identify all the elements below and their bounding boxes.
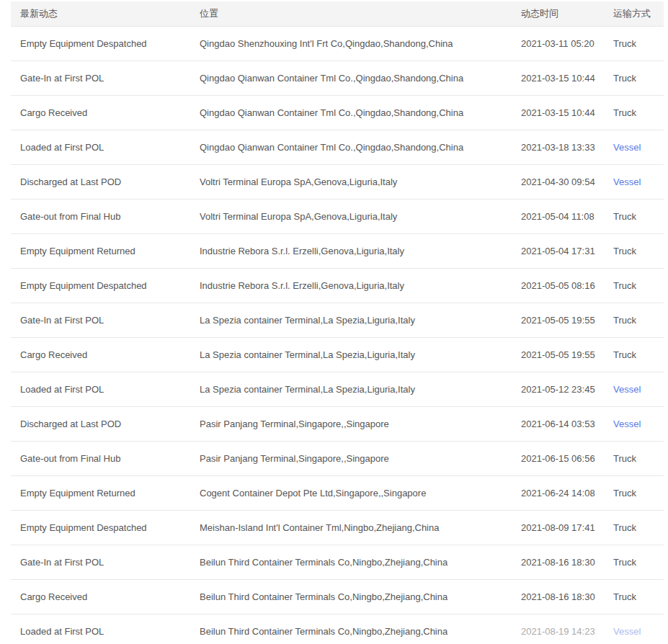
vessel-link[interactable]: Vessel [613, 419, 641, 429]
table-header-row: 最新动态 位置 动态时间 运输方式 [11, 1, 664, 27]
location-cell: La Spezia container Terminal,La Spezia,L… [200, 303, 521, 338]
table-row: Empty Equipment Returned Cogent Containe… [11, 476, 664, 511]
mode-cell: Truck [613, 442, 664, 476]
mode-cell: Truck [613, 580, 664, 614]
mode-cell: Truck [613, 27, 664, 61]
status-cell: Empty Equipment Despatched [11, 269, 200, 303]
table-row: Cargo Received La Spezia container Termi… [11, 338, 664, 372]
status-cell: Loaded at First POL [11, 372, 200, 407]
mode-cell: Truck [613, 61, 664, 96]
time-cell: 2021-05-12 23:45 [521, 372, 613, 407]
transport-mode-text: Truck [613, 591, 636, 602]
vessel-link[interactable]: Vessel [613, 384, 641, 395]
table-row: Empty Equipment Despatched Industrie Reb… [11, 269, 664, 303]
table-row: Gate-In at First POL Beilun Third Contai… [11, 545, 664, 580]
mode-cell: Truck [613, 234, 664, 269]
mode-cell: Truck [613, 269, 664, 303]
location-cell: Cogent Container Depot Pte Ltd,Singapore… [200, 476, 521, 511]
time-cell: 2021-03-15 10:44 [521, 96, 613, 130]
status-cell: Empty Equipment Returned [11, 234, 200, 269]
mode-cell: Truck [613, 476, 664, 511]
transport-mode-text: Truck [613, 280, 636, 291]
time-cell: 2021-05-05 19:55 [521, 303, 613, 338]
time-cell: 2021-08-16 18:30 [521, 545, 613, 580]
status-cell: Cargo Received [11, 338, 200, 372]
table-row: Empty Equipment Despatched Meishan-Islan… [11, 511, 664, 545]
status-cell: Gate-In at First POL [11, 61, 200, 96]
time-cell: 2021-08-09 17:41 [521, 511, 613, 545]
location-cell: Voltri Terminal Europa SpA,Genova,Liguri… [200, 165, 521, 200]
status-cell: Discharged at Last POD [11, 407, 200, 442]
vessel-link[interactable]: Vessel [613, 176, 641, 187]
time-cell: 2021-03-15 10:44 [521, 61, 613, 96]
mode-cell: Vessel [613, 165, 664, 200]
transport-mode-text: Truck [613, 453, 636, 464]
table-row: Empty Equipment Despatched Qingdao Shenz… [11, 27, 664, 61]
table-row: Discharged at Last POD Pasir Panjang Ter… [11, 407, 664, 442]
mode-cell: Truck [613, 96, 664, 130]
time-cell: 2021-05-04 17:31 [521, 234, 613, 269]
location-cell: La Spezia container Terminal,La Spezia,L… [200, 372, 521, 407]
time-cell: 2021-03-11 05:20 [521, 27, 613, 61]
location-cell: Qingdao Shenzhouxing Int'l Frt Co,Qingda… [200, 27, 521, 61]
table-row: Loaded at First POL Qingdao Qianwan Cont… [11, 130, 664, 165]
status-cell: Loaded at First POL [11, 614, 200, 644]
location-cell: Qingdao Qianwan Container Tml Co.,Qingda… [200, 96, 521, 130]
column-header-transport-mode: 运输方式 [613, 1, 664, 27]
status-cell: Discharged at Last POD [11, 165, 200, 200]
table-row: Gate-out from Final Hub Pasir Panjang Te… [11, 442, 664, 476]
table-row: Empty Equipment Returned Industrie Rebor… [11, 234, 664, 269]
transport-mode-text: Truck [613, 349, 636, 360]
table-row: Gate-In at First POL Qingdao Qianwan Con… [11, 61, 664, 96]
time-cell: 2021-06-15 06:56 [521, 442, 613, 476]
transport-mode-text: Truck [613, 211, 636, 222]
table-row: Discharged at Last POD Voltri Terminal E… [11, 165, 664, 200]
mode-cell: Truck [613, 545, 664, 580]
time-cell: 2021-06-14 03:53 [521, 407, 613, 442]
location-cell: Pasir Panjang Terminal,Singapore,,Singap… [200, 407, 521, 442]
transport-mode-text: Truck [613, 315, 636, 326]
time-cell: 2021-08-16 18:30 [521, 580, 613, 614]
location-cell: Beilun Third Container Terminals Co,Ning… [200, 545, 521, 580]
status-cell: Loaded at First POL [11, 130, 200, 165]
time-cell: 2021-03-18 13:33 [521, 130, 613, 165]
vessel-link[interactable]: Vessel [613, 626, 641, 637]
status-cell: Empty Equipment Despatched [11, 27, 200, 61]
status-cell: Gate-In at First POL [11, 545, 200, 580]
column-header-location: 位置 [200, 1, 521, 27]
table-header: 最新动态 位置 动态时间 运输方式 [11, 1, 664, 27]
time-cell: 2021-04-30 09:54 [521, 165, 613, 200]
table-row: Cargo Received Beilun Third Container Te… [11, 580, 664, 614]
mode-cell: Vessel [613, 614, 664, 644]
tracking-events-panel: 最新动态 位置 动态时间 运输方式 Empty Equipment Despat… [11, 1, 664, 644]
table-body: Empty Equipment Despatched Qingdao Shenz… [11, 27, 664, 644]
mode-cell: Vessel [613, 407, 664, 442]
status-cell: Gate-out from Final Hub [11, 442, 200, 476]
transport-mode-text: Truck [613, 38, 636, 49]
time-cell: 2021-06-24 14:08 [521, 476, 613, 511]
mode-cell: Truck [613, 511, 664, 545]
table-row: Loaded at First POL La Spezia container … [11, 372, 664, 407]
status-cell: Gate-In at First POL [11, 303, 200, 338]
time-cell: 2021-05-05 08:16 [521, 269, 613, 303]
status-cell: Gate-out from Final Hub [11, 200, 200, 234]
location-cell: La Spezia container Terminal,La Spezia,L… [200, 338, 521, 372]
time-cell: 2021-08-19 14:23 [521, 614, 613, 644]
vessel-link[interactable]: Vessel [613, 142, 641, 153]
tracking-events-table: 最新动态 位置 动态时间 运输方式 Empty Equipment Despat… [11, 1, 664, 644]
time-cell: 2021-05-05 19:55 [521, 338, 613, 372]
transport-mode-text: Truck [613, 488, 636, 498]
transport-mode-text: Truck [613, 73, 636, 84]
table-row: Gate-In at First POL La Spezia container… [11, 303, 664, 338]
location-cell: Qingdao Qianwan Container Tml Co.,Qingda… [200, 61, 521, 96]
location-cell: Voltri Terminal Europa SpA,Genova,Liguri… [200, 200, 521, 234]
mode-cell: Vessel [613, 372, 664, 407]
table-row: Cargo Received Qingdao Qianwan Container… [11, 96, 664, 130]
status-cell: Empty Equipment Returned [11, 476, 200, 511]
mode-cell: Truck [613, 200, 664, 234]
transport-mode-text: Truck [613, 107, 636, 118]
table-row: Gate-out from Final Hub Voltri Terminal … [11, 200, 664, 234]
mode-cell: Truck [613, 338, 664, 372]
table-row: Loaded at First POL Beilun Third Contain… [11, 614, 664, 644]
mode-cell: Vessel [613, 130, 664, 165]
